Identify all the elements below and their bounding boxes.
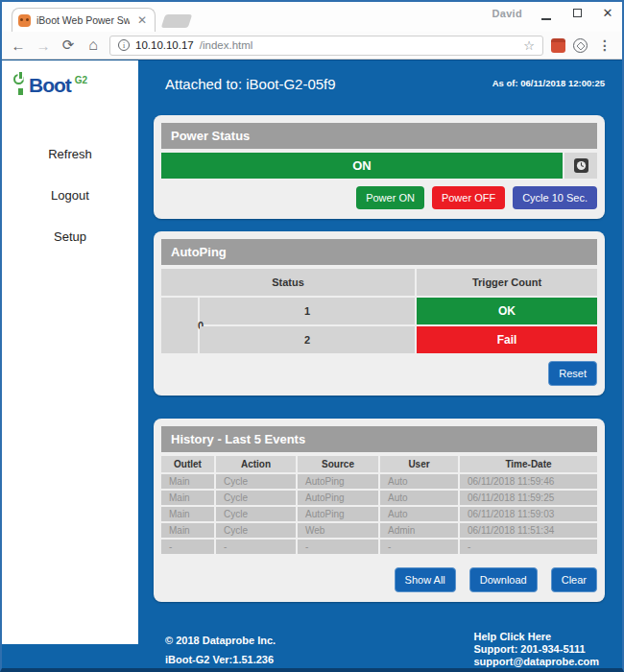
autoping-table: Status Trigger Count 1 OK 0 2 Fail — [161, 269, 597, 353]
minimize-icon[interactable] — [540, 6, 553, 20]
autoping-row-label: 1 — [200, 298, 415, 324]
page-body: Boot G2 Refresh Logout Setup Attached to… — [2, 60, 622, 672]
footer-right: Help Click Here Support: 201-934-5111 su… — [473, 631, 599, 669]
history-cell: 06/11/2018 11:51:34 — [460, 523, 597, 538]
window-controls: David ✕ — [492, 6, 614, 20]
power-buttons-row: Power ON Power OFF Cycle 10 Sec. — [161, 186, 597, 209]
history-cell: AutoPing — [298, 507, 378, 521]
sidebar: Boot G2 Refresh Logout Setup — [2, 60, 138, 644]
cycle-button[interactable]: Cycle 10 Sec. — [513, 186, 597, 209]
autoping-trigger-count: 0 — [161, 298, 198, 353]
power-state-bar: ON — [161, 153, 563, 179]
outlet-favicon-icon — [18, 14, 31, 27]
history-cell: - — [460, 540, 597, 554]
history-col-action: Action — [216, 456, 296, 472]
show-all-button[interactable]: Show All — [395, 567, 456, 592]
power-state-icon-cell[interactable] — [564, 153, 597, 179]
history-col-timedate: Time-Date — [460, 456, 597, 472]
browser-toolbar: ← → ⟳ ⌂ i 10.10.10.17 /index.html ☆ ⋮ — [2, 32, 622, 60]
autoping-status-fail: Fail — [417, 326, 597, 353]
history-cell: - — [380, 540, 458, 554]
power-status-panel: Power Status ON Power ON — [154, 115, 605, 219]
back-icon[interactable]: ← — [10, 37, 27, 54]
maximize-icon[interactable] — [570, 6, 584, 20]
sidebar-item-setup[interactable]: Setup — [2, 229, 138, 244]
power-status-title: Power Status — [161, 123, 597, 149]
main-content: Attached to: iBoot-G2-05f9 As of: 06/11/… — [138, 60, 622, 672]
power-state-row: ON — [161, 153, 597, 179]
power-off-button[interactable]: Power OFF — [432, 186, 505, 209]
history-col-outlet: Outlet — [161, 456, 214, 472]
autoping-trigger-header: Trigger Count — [417, 269, 597, 296]
help-link[interactable]: Help Click Here — [473, 631, 599, 643]
home-icon[interactable]: ⌂ — [84, 36, 102, 54]
page-footer: © 2018 Dataprobe Inc. iBoot-G2 Ver:1.51.… — [154, 631, 605, 669]
history-cell: - — [161, 540, 214, 554]
refresh-icon[interactable]: ⟳ — [60, 36, 77, 54]
as-of-timestamp: As of: 06/11/2018 12:00:25 — [492, 78, 605, 88]
titlebar: iBoot Web Power Switch ✕ David ✕ — [2, 2, 622, 32]
history-cell: Cycle — [216, 491, 296, 505]
history-cell: Auto — [380, 474, 458, 489]
forward-icon[interactable]: → — [35, 37, 52, 54]
support-email[interactable]: support@dataprobe.com — [473, 656, 599, 668]
history-col-source: Source — [298, 456, 378, 472]
url-path: /index.html — [200, 39, 518, 51]
browser-menu-icon[interactable]: ⋮ — [595, 37, 614, 53]
firmware-version: iBoot-G2 Ver:1.51.236 — [165, 650, 276, 669]
browser-window: iBoot Web Power Switch ✕ David ✕ ← → ⟳ ⌂… — [0, 0, 624, 672]
extension-icon[interactable] — [551, 38, 565, 53]
history-cell: AutoPing — [298, 491, 378, 505]
history-cell: 06/11/2018 11:59:46 — [460, 474, 597, 489]
browser-tab[interactable]: iBoot Web Power Switch ✕ — [12, 8, 156, 32]
history-cell: Main — [161, 507, 214, 521]
power-on-button[interactable]: Power ON — [356, 186, 424, 209]
history-cell: - — [216, 540, 296, 554]
history-cell: Main — [161, 523, 214, 538]
attached-device-title: Attached to: iBoot-G2-05f9 — [165, 76, 336, 92]
logo-text: Boot — [29, 74, 71, 97]
tab-close-icon[interactable]: ✕ — [135, 13, 149, 27]
autoping-panel: AutoPing Status Trigger Count 1 OK 0 2 F… — [154, 231, 605, 396]
address-bar[interactable]: i 10.10.10.17 /index.html ☆ — [109, 36, 543, 56]
profile-name[interactable]: David — [492, 8, 522, 19]
clock-icon — [574, 158, 588, 173]
history-cell: AutoPing — [298, 474, 378, 489]
copyright-text: © 2018 Dataprobe Inc. — [165, 631, 276, 650]
history-cell: 06/11/2018 11:59:25 — [460, 491, 597, 505]
logo-badge: G2 — [75, 75, 87, 85]
reset-button[interactable]: Reset — [548, 361, 597, 386]
url-host: 10.10.10.17 — [135, 39, 194, 51]
new-tab-button[interactable] — [161, 14, 193, 28]
page-info-icon[interactable]: i — [118, 39, 130, 51]
history-col-user: User — [380, 456, 458, 472]
sidebar-item-logout[interactable]: Logout — [2, 188, 138, 203]
sidebar-nav: Refresh Logout Setup — [2, 147, 138, 244]
download-button[interactable]: Download — [469, 567, 538, 592]
autoping-title: AutoPing — [161, 239, 597, 265]
clear-button[interactable]: Clear — [551, 567, 597, 592]
history-title: History - Last 5 Events — [161, 426, 597, 452]
footer-left: © 2018 Dataprobe Inc. iBoot-G2 Ver:1.51.… — [165, 631, 276, 669]
history-cell: Cycle — [216, 507, 296, 521]
autoping-row-label: 2 — [200, 326, 415, 353]
history-cell: - — [298, 540, 378, 554]
history-cell: Main — [161, 474, 214, 489]
history-cell: Cycle — [216, 474, 296, 489]
autoping-buttons-row: Reset — [161, 361, 597, 386]
close-icon[interactable]: ✕ — [601, 6, 614, 20]
autoping-status-header: Status — [161, 269, 415, 296]
extension-shield-icon[interactable] — [573, 38, 588, 53]
history-cell: Admin — [380, 523, 458, 538]
history-cell: Cycle — [216, 523, 296, 538]
iboot-logo: Boot G2 — [2, 74, 138, 97]
browser-chrome: iBoot Web Power Switch ✕ David ✕ ← → ⟳ ⌂… — [2, 2, 622, 60]
tab-title: iBoot Web Power Switch — [36, 14, 130, 26]
history-cell: Auto — [380, 507, 458, 521]
power-symbol-icon — [13, 74, 28, 95]
history-cell: Web — [298, 523, 378, 538]
history-buttons-row: Show All Download Clear — [161, 567, 597, 592]
history-cell: 06/11/2018 11:59:03 — [460, 507, 597, 521]
bookmark-star-icon[interactable]: ☆ — [523, 38, 535, 53]
sidebar-item-refresh[interactable]: Refresh — [2, 147, 138, 161]
